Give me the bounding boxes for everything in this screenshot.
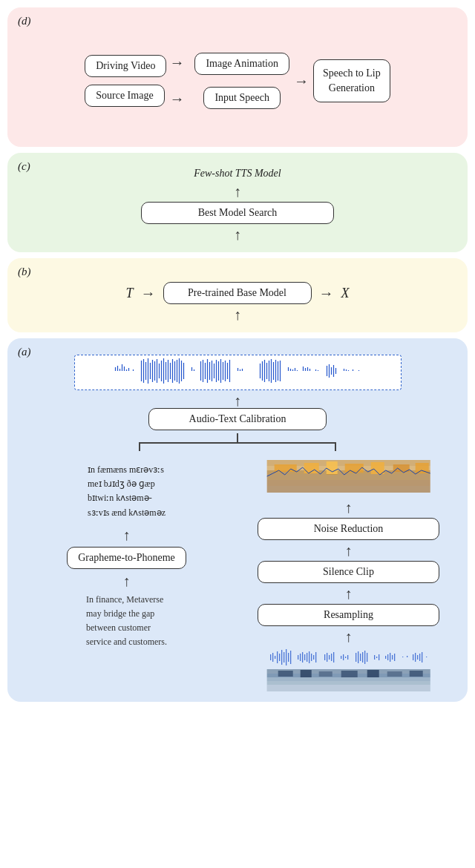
arrow-gtp-up: ↑: [123, 573, 131, 588]
svg-rect-140: [416, 463, 429, 473]
input-speech-box: Input Speech: [203, 87, 280, 109]
phoneme-text: ɪn fæmæns mɛrəvɜːs meɪ bɹɪdʒ ðə ɡæp bɪtw…: [83, 460, 170, 523]
left-col: ɪn fæmæns mɛrəvɜːs meɪ bɹɪdʒ ðə ɡæp bɪtw…: [19, 460, 234, 650]
bottom-waveform-svg: [246, 647, 451, 668]
panel-a: (a): [7, 338, 468, 702]
arrow-b-bottom: ↑: [234, 307, 241, 322]
panel-d-label: (d): [18, 15, 31, 27]
panel-d: (d) Driving Video Source Image → → Image…: [7, 7, 468, 147]
arrow-sc-rs: ↑: [345, 586, 353, 601]
top-spectrogram: [246, 460, 451, 496]
svg-rect-143: [267, 486, 430, 493]
branch-left-v: [139, 442, 140, 451]
english-text: In finance, Metaverse may bridge the gap…: [82, 593, 171, 650]
arrow-model-x: →: [319, 285, 334, 302]
branch-right-v: [335, 442, 336, 451]
arrow-to-stl: →: [294, 73, 309, 90]
svg-rect-142: [267, 480, 430, 486]
d-right-arrow: →: [294, 73, 309, 90]
panel-b-content: T → Pre-trained Base Model → X: [19, 269, 456, 304]
arrow-rs-waveform: ↑: [345, 629, 353, 644]
panel-d-left: Driving Video Source Image: [85, 55, 166, 107]
source-image-box: Source Image: [85, 85, 164, 107]
svg-rect-251: [410, 671, 423, 677]
best-model-search-box: Best Model Search: [141, 202, 334, 224]
top-waveform: [74, 355, 402, 390]
branch-v-line: [237, 433, 238, 442]
pretrained-model-box: Pre-trained Base Model: [163, 282, 312, 304]
bottom-audio-vis: [246, 647, 451, 691]
svg-rect-248: [341, 671, 358, 677]
right-col: ↑ Noise Reduction ↑ Silence Clip ↑ Resam…: [241, 460, 456, 691]
panel-a-content: ↑ Audio-Text Calibration: [19, 349, 456, 691]
panel-d-content: Driving Video Source Image → → Image Ani…: [19, 25, 456, 137]
svg-rect-141: [267, 474, 430, 480]
svg-rect-254: [267, 685, 430, 691]
panel-a-bottom: ɪn fæmæns mɛrəvɜːs meɪ bɹɪdʒ ðə ɡæp bɪtw…: [19, 460, 456, 691]
top-spectrogram-svg: [246, 460, 451, 493]
silence-clip-box: Silence Clip: [258, 561, 440, 583]
input-var-label: T: [125, 286, 133, 301]
panel-b-bottom-arrow: ↑: [19, 307, 456, 322]
svg-rect-249: [367, 670, 379, 677]
svg-rect-247: [319, 671, 332, 677]
panel-c-content: Few-shot TTS Model ↑ Best Model Search ↑: [19, 163, 456, 242]
top-waveform-svg: [78, 357, 398, 385]
arrow-si-ia: →: [169, 91, 184, 108]
resampling-box: Resampling: [258, 604, 440, 626]
branch-from-calibration: [85, 433, 390, 451]
panel-c: (c) Few-shot TTS Model ↑ Best Model Sear…: [7, 153, 468, 252]
arrow-c-up: ↑: [234, 184, 241, 199]
svg-rect-253: [267, 681, 430, 685]
output-var-label: X: [341, 286, 350, 301]
speech-to-lip-label: Speech to Lip Generation: [323, 68, 381, 93]
panel-c-label: (c): [18, 160, 30, 173]
bottom-spectrogram-svg: [246, 669, 451, 691]
svg-rect-252: [267, 677, 430, 681]
grapheme-phoneme-box: Grapheme-to-Phoneme: [67, 547, 186, 569]
speech-to-lip-box: Speech to Lip Generation: [313, 59, 390, 102]
image-animation-box: Image Animation: [194, 53, 289, 75]
audio-text-calibration-box: Audio-Text Calibration: [148, 408, 327, 430]
noise-reduction-box: Noise Reduction: [258, 518, 440, 540]
panel-d-middle: Image Animation Input Speech: [194, 53, 289, 109]
arrow-waveform-calibration: ↑: [234, 393, 241, 408]
driving-video-box: Driving Video: [85, 55, 166, 77]
svg-rect-137: [345, 464, 364, 473]
arrow-spectrogram-nr: ↑: [345, 500, 353, 515]
arrow-t-model: →: [141, 285, 156, 302]
arrow-phoneme-up: ↑: [123, 527, 131, 542]
svg-rect-245: [278, 671, 293, 677]
svg-rect-250: [387, 671, 402, 677]
d-left-arrows: → →: [169, 54, 184, 108]
panel-b-label: (b): [18, 266, 31, 278]
main-container: (d) Driving Video Source Image → → Image…: [7, 7, 468, 702]
few-shot-label: Few-shot TTS Model: [194, 168, 281, 180]
branch-h-line: [140, 442, 335, 444]
arrow-c-bottom: ↑: [234, 227, 241, 242]
panel-a-label: (a): [18, 346, 31, 358]
arrow-nr-sc: ↑: [345, 543, 353, 558]
arrow-dv-ia: →: [169, 54, 184, 71]
svg-rect-136: [327, 461, 338, 475]
svg-rect-246: [301, 670, 312, 677]
panel-b: (b) T → Pre-trained Base Model → X ↑: [7, 258, 468, 332]
